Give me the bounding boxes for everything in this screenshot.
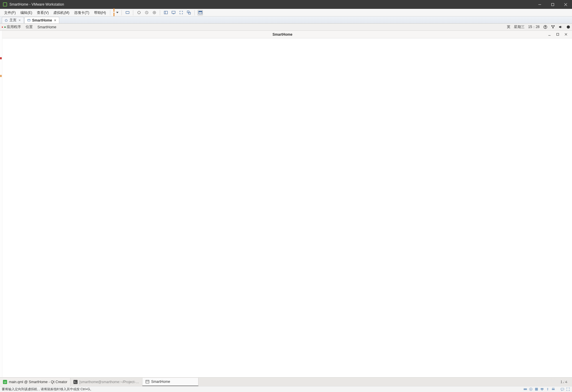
- status-message: 要将输入定向到该虚拟机，请将鼠标指针移入其中或按 Ctrl+G。: [2, 387, 93, 391]
- network-icon[interactable]: [551, 25, 555, 29]
- window-icon: [145, 380, 149, 384]
- svg-rect-40: [542, 390, 543, 391]
- guest-app-titlebar: SmartHome: [0, 31, 572, 38]
- menu-vm[interactable]: 虚拟机(M): [51, 9, 72, 17]
- workspace-indicator[interactable]: 1 / 4: [556, 380, 572, 384]
- status-usb-icon[interactable]: [545, 387, 550, 391]
- send-ctrl-alt-del-icon[interactable]: [125, 10, 130, 15]
- vmware-tab-strip: 主页 × SmartHome ×: [0, 17, 572, 24]
- guest-time: 15：28: [528, 24, 540, 29]
- snapshot-revert-icon[interactable]: [144, 10, 149, 15]
- guest-top-panel: 应用程序 位置 SmartHome 英 星期三 15：28: [0, 24, 572, 31]
- svg-point-7: [153, 11, 156, 14]
- taskbar-task-smarthome[interactable]: SmartHome: [142, 378, 198, 386]
- guest-app-canvas[interactable]: [0, 38, 572, 377]
- minimize-button[interactable]: [533, 0, 546, 9]
- status-network-icon[interactable]: [540, 387, 544, 391]
- svg-rect-9: [164, 11, 167, 14]
- svg-rect-16: [199, 11, 202, 12]
- guest-applications-menu[interactable]: 应用程序: [2, 24, 21, 29]
- svg-rect-32: [73, 380, 78, 384]
- snapshot-take-icon[interactable]: [136, 10, 142, 15]
- pause-vm-button[interactable]: [113, 10, 119, 15]
- svg-rect-41: [552, 389, 555, 390]
- status-floppy-icon[interactable]: [534, 387, 539, 391]
- qtcreator-icon: Qt: [3, 380, 7, 384]
- guest-apps-label: 应用程序: [7, 24, 21, 29]
- menu-edit[interactable]: 编辑(E): [18, 9, 34, 17]
- guest-taskbar: Qt main.qml @ SmartHome - Qt Creator [sm…: [0, 377, 572, 386]
- apps-icon: [4, 27, 6, 28]
- left-gutter: [0, 31, 2, 377]
- taskbar-task-terminal[interactable]: [smarthome@smarthome:~/Project-…: [70, 378, 142, 386]
- close-button[interactable]: [559, 0, 572, 9]
- window-title: SmartHome - VMware Workstation: [9, 2, 533, 6]
- tab-home-close[interactable]: ×: [18, 19, 21, 22]
- tab-home-label: 主页: [9, 18, 17, 23]
- menu-file[interactable]: 文件(F): [2, 9, 18, 17]
- power-icon[interactable]: [566, 25, 570, 29]
- svg-point-8: [154, 12, 155, 13]
- task-label: main.qml @ SmartHome - Qt Creator: [9, 380, 67, 384]
- guest-app-close[interactable]: [564, 32, 568, 37]
- svg-rect-14: [188, 12, 190, 14]
- svg-point-37: [530, 389, 531, 389]
- svg-rect-4: [126, 12, 129, 14]
- terminal-icon: [73, 380, 78, 384]
- show-sidebar-icon[interactable]: [163, 10, 168, 15]
- maximize-button[interactable]: [546, 0, 559, 9]
- vmware-status-bar: 要将输入定向到该虚拟机，请将鼠标指针移入其中或按 Ctrl+G。: [0, 386, 572, 392]
- vmware-menu-bar: 文件(F) 编辑(E) 查看(V) 虚拟机(M) 选项卡(T) 帮助(H): [0, 9, 572, 17]
- guest-app-menu[interactable]: SmartHome: [37, 25, 56, 29]
- task-label: [smarthome@smarthome:~/Project-…: [79, 380, 139, 384]
- svg-rect-13: [187, 11, 189, 13]
- apps-icon: [2, 27, 3, 28]
- task-label: SmartHome: [151, 380, 170, 384]
- guest-day: 星期三: [514, 24, 525, 29]
- svg-rect-17: [28, 19, 30, 21]
- guest-app-minimize[interactable]: [547, 32, 551, 37]
- tab-guest-close[interactable]: ×: [53, 19, 57, 22]
- status-expand-icon[interactable]: [566, 387, 570, 391]
- tab-guest[interactable]: SmartHome ×: [24, 17, 59, 23]
- status-printer-icon[interactable]: [551, 387, 555, 391]
- menu-tabs[interactable]: 选项卡(T): [72, 9, 91, 17]
- unity-mode-icon[interactable]: [186, 10, 191, 15]
- svg-point-20: [545, 26, 545, 27]
- tab-guest-label: SmartHome: [32, 18, 52, 22]
- vm-icon: [27, 19, 31, 22]
- svg-rect-38: [535, 388, 538, 391]
- home-icon: [4, 19, 8, 22]
- vmware-logo-icon: [3, 2, 7, 6]
- guest-places-menu[interactable]: 位置: [26, 24, 33, 29]
- svg-rect-1: [551, 3, 554, 6]
- status-message-icon[interactable]: [560, 387, 565, 391]
- guest-app-maximize[interactable]: [555, 32, 560, 37]
- svg-rect-11: [172, 11, 175, 14]
- svg-text:Qt: Qt: [4, 381, 6, 383]
- menu-view[interactable]: 查看(V): [34, 9, 51, 17]
- tab-home[interactable]: 主页 ×: [2, 17, 24, 23]
- status-cd-icon[interactable]: [529, 387, 533, 391]
- stretch-guest-icon[interactable]: [178, 10, 184, 15]
- svg-rect-33: [146, 380, 149, 383]
- fullscreen-icon[interactable]: [198, 10, 203, 15]
- snapshot-manager-icon[interactable]: [152, 10, 157, 15]
- status-hd-icon[interactable]: [523, 387, 527, 391]
- guest-lang-indicator[interactable]: 英: [507, 24, 510, 29]
- menu-help[interactable]: 帮助(H): [92, 9, 109, 17]
- svg-rect-43: [561, 388, 564, 390]
- svg-rect-39: [541, 388, 543, 390]
- accessibility-icon[interactable]: [543, 25, 547, 29]
- taskbar-task-qtcreator[interactable]: Qt main.qml @ SmartHome - Qt Creator: [0, 378, 70, 386]
- guest-app-title: SmartHome: [18, 32, 547, 37]
- svg-rect-27: [556, 33, 558, 35]
- show-console-icon[interactable]: [171, 10, 176, 15]
- svg-rect-35: [524, 388, 527, 390]
- volume-icon[interactable]: [558, 25, 563, 29]
- svg-rect-42: [553, 388, 554, 389]
- vmware-title-bar: SmartHome - VMware Workstation: [0, 0, 572, 9]
- workspace-total: 4: [565, 380, 567, 384]
